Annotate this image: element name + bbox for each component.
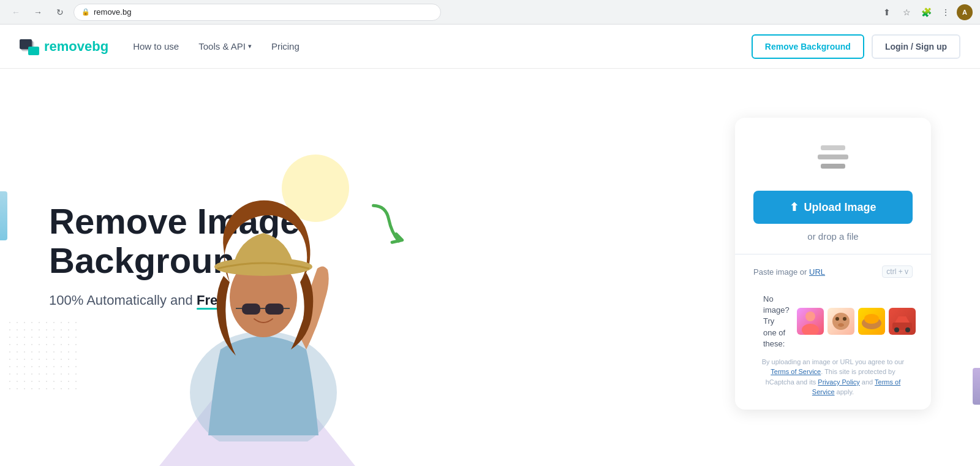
- svg-point-18: [835, 317, 839, 321]
- forward-button[interactable]: →: [29, 4, 47, 21]
- header-buttons: Remove Background Login / Sign up: [752, 34, 960, 59]
- logo[interactable]: removebg: [20, 37, 108, 56]
- svg-rect-7: [242, 304, 260, 315]
- nav-pricing[interactable]: Pricing: [271, 41, 300, 52]
- paste-area: Paste image or URL ctrl + v: [753, 262, 913, 281]
- url-link[interactable]: URL: [809, 267, 825, 277]
- lock-icon: 🔒: [81, 8, 90, 16]
- left-decoration: [0, 191, 7, 240]
- sample-food-icon: [858, 308, 885, 335]
- woman-figure: [159, 178, 368, 441]
- svg-rect-8: [265, 304, 284, 315]
- share-button[interactable]: ⬆: [878, 4, 895, 21]
- svg-point-25: [905, 327, 910, 332]
- terms-link[interactable]: Terms of Service: [771, 368, 821, 375]
- paste-label: Paste image or URL: [753, 267, 825, 277]
- svg-point-17: [832, 313, 850, 330]
- svg-point-15: [805, 311, 815, 321]
- extensions-button[interactable]: 🧩: [918, 4, 935, 21]
- sample-dog-icon: [827, 308, 854, 335]
- login-signup-button[interactable]: Login / Sign up: [872, 34, 960, 59]
- browser-toolbar: ⬆ ☆ 🧩 ⋮ A: [878, 4, 973, 21]
- more-button[interactable]: ⋮: [937, 4, 954, 21]
- refresh-button[interactable]: ↻: [51, 4, 69, 21]
- main-nav: How to use Tools & API ▾ Pricing: [133, 41, 752, 52]
- logo-icon: [20, 37, 39, 56]
- chevron-down-icon: ▾: [248, 42, 252, 50]
- logo-text: removebg: [44, 39, 108, 55]
- sample-image-car[interactable]: [889, 308, 916, 335]
- back-button[interactable]: ←: [7, 4, 24, 21]
- svg-rect-12: [821, 145, 845, 150]
- bookmark-button[interactable]: ☆: [898, 4, 915, 21]
- paste-shortcut: ctrl + v: [882, 265, 913, 278]
- svg-point-20: [838, 323, 844, 327]
- browser-chrome: ← → ↻ 🔒 remove.bg ⬆ ☆ 🧩 ⋮ A: [0, 0, 980, 25]
- drop-text: or drop a file: [753, 231, 913, 242]
- woman-illustration: [141, 166, 374, 466]
- svg-point-16: [802, 324, 819, 335]
- sample-car-icon: [889, 308, 916, 335]
- remove-background-button[interactable]: Remove Background: [752, 34, 864, 59]
- upload-card-icon-area: [753, 142, 913, 176]
- layers-icon: [812, 142, 854, 176]
- privacy-link[interactable]: Privacy Policy: [818, 378, 859, 386]
- svg-rect-3: [28, 47, 39, 55]
- address-bar[interactable]: 🔒 remove.bg: [74, 4, 441, 21]
- divider: [735, 254, 931, 254]
- no-image-text: No image? Try one of these:: [763, 294, 790, 350]
- nav-tools-api[interactable]: Tools & API ▾: [198, 41, 252, 52]
- svg-point-24: [894, 327, 899, 332]
- disclaimer-text: By uploading an image or URL you agree t…: [753, 357, 913, 397]
- sample-image-person[interactable]: [797, 308, 824, 335]
- user-avatar[interactable]: A: [957, 4, 973, 20]
- upload-image-button[interactable]: ⬆ Upload Image: [753, 191, 913, 224]
- sample-area: No image? Try one of these:: [753, 294, 913, 350]
- url-text: remove.bg: [94, 7, 131, 17]
- upload-icon: ⬆: [790, 201, 799, 214]
- nav-how-to-use[interactable]: How to use: [133, 41, 179, 52]
- site-header: removebg How to use Tools & API ▾ Pricin…: [0, 25, 980, 69]
- sample-image-dog[interactable]: [827, 308, 854, 335]
- svg-point-19: [843, 317, 846, 321]
- upload-card: ⬆ Upload Image or drop a file Paste imag…: [735, 118, 931, 410]
- hero-section: Remove Image Background 100% Automatical…: [0, 69, 980, 466]
- sample-person-icon: [797, 308, 824, 335]
- svg-rect-14: [821, 164, 845, 169]
- svg-point-22: [864, 314, 879, 324]
- right-decoration: [973, 368, 980, 405]
- svg-rect-13: [818, 155, 848, 159]
- sample-image-food[interactable]: [858, 308, 885, 335]
- sample-images: [797, 308, 916, 335]
